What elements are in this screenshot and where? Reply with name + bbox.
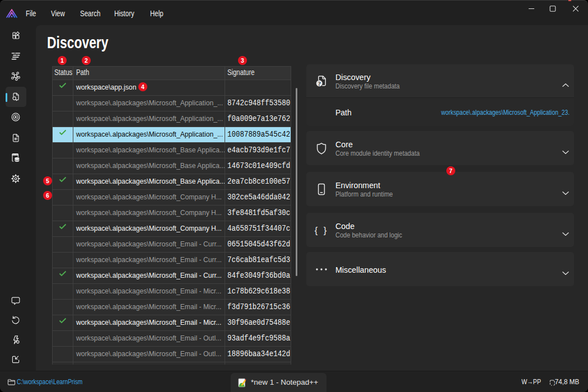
svg-text:?: ? [318,80,321,86]
